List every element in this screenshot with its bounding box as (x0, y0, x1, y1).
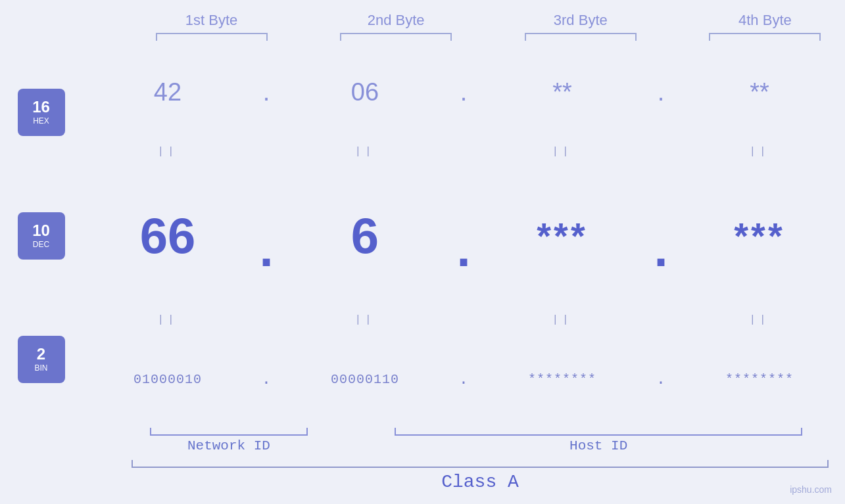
host-bracket-container (352, 428, 845, 436)
dec-b3: *** (477, 214, 648, 257)
bin-dot2: . (450, 371, 477, 388)
bottom-section: Network ID Host ID Class A (132, 428, 845, 497)
dec-b4: *** (674, 214, 845, 257)
bracket3 (500, 33, 660, 41)
hex-dot3: . (648, 78, 674, 106)
eq2-b4: || (674, 314, 845, 326)
host-bracket-line (395, 428, 802, 436)
bin-badge: 2 BIN (18, 336, 65, 383)
bin-dot1: . (253, 371, 279, 388)
byte3-header: 3rd Byte (500, 12, 660, 29)
hex-b4: ** (674, 78, 845, 106)
hex-dot1: . (253, 78, 279, 106)
data-grid: 42 . 06 . ** . ** (82, 44, 845, 428)
dec-dot2: . (450, 198, 477, 274)
hex-b2: 06 (279, 78, 450, 106)
byte2-header: 2nd Byte (316, 12, 476, 29)
eq-row-2: || || || || (82, 308, 845, 332)
main-layout: 1st Byte 2nd Byte 3rd Byte 4th Byte 16 (0, 0, 845, 504)
byte1-header: 1st Byte (132, 12, 291, 29)
bracket-spacer (326, 428, 352, 436)
dec-badge: 10 DEC (18, 212, 65, 260)
network-bracket-line (150, 428, 308, 436)
eq2-b1: || (82, 314, 253, 326)
bin-dot3: . (648, 371, 674, 388)
bracket4 (685, 33, 845, 41)
byte4-header: 4th Byte (685, 12, 845, 29)
badges-column: 16 HEX 10 DEC 2 BIN (0, 44, 82, 428)
rows-area: 16 HEX 10 DEC 2 BIN 42 . (0, 44, 845, 428)
top-brackets (132, 33, 845, 41)
hex-row: 42 . 06 . ** . ** (82, 44, 845, 140)
sub-labels: Network ID Host ID (132, 438, 845, 453)
dec-row: 66 . 6 . *** . *** (82, 164, 845, 308)
bracket1 (132, 33, 291, 41)
dec-dot1: . (253, 198, 279, 274)
dec-b2: 6 (279, 207, 450, 264)
eq1-b4: || (674, 146, 845, 158)
full-bracket (132, 460, 845, 468)
sub-brackets (132, 428, 845, 436)
watermark: ipshu.com (790, 484, 832, 496)
eq1-b1: || (82, 146, 253, 158)
byte-headers: 1st Byte 2nd Byte 3rd Byte 4th Byte (132, 12, 845, 29)
dec-dot3: . (648, 198, 674, 274)
bracket2 (316, 33, 476, 41)
hex-b1: 42 (82, 78, 253, 106)
eq1-b2: || (279, 146, 450, 158)
hex-badge: 16 HEX (18, 89, 65, 136)
eq2-b2: || (279, 314, 450, 326)
eq1-b3: || (477, 146, 648, 158)
eq-row-1: || || || || (82, 140, 845, 164)
bin-b4: ******** (674, 372, 845, 387)
class-bracket-line (132, 460, 829, 468)
hex-dot2: . (450, 78, 477, 106)
network-id-label: Network ID (132, 438, 326, 453)
bin-row: 01000010 . 00000110 . ******** . (82, 332, 845, 428)
class-label: Class A (132, 472, 829, 492)
hex-b3: ** (477, 78, 648, 106)
bin-b1: 01000010 (82, 372, 253, 387)
bin-b3: ******** (477, 372, 648, 387)
bin-b2: 00000110 (279, 372, 450, 387)
eq2-b3: || (477, 314, 648, 326)
dec-b1: 66 (82, 207, 253, 264)
host-id-label: Host ID (352, 438, 845, 453)
network-bracket-container (132, 428, 326, 436)
